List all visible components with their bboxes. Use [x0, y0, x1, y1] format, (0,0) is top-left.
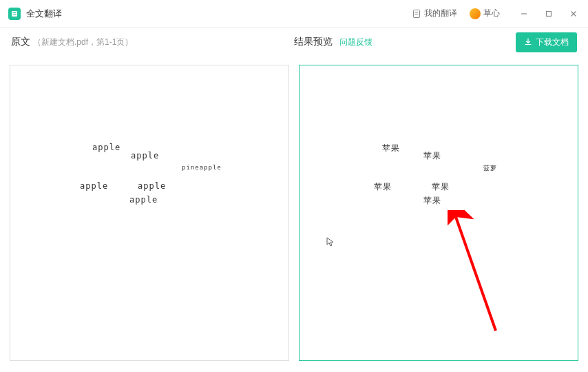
app-title: 全文翻译 — [26, 8, 62, 20]
annotation-arrow-icon — [448, 210, 503, 334]
feedback-link[interactable]: 问题反馈 — [339, 37, 372, 48]
preview-word: 苹果 — [382, 143, 400, 154]
svg-line-10 — [456, 217, 496, 331]
source-word: apple — [92, 143, 120, 152]
preview-word: 菠萝 — [483, 164, 497, 173]
avatar-icon — [470, 8, 481, 19]
source-word: apple — [131, 151, 159, 161]
close-button[interactable] — [567, 8, 580, 20]
source-word: apple — [80, 181, 108, 191]
maximize-button[interactable] — [543, 8, 555, 20]
source-section-title: 原文 — [11, 36, 30, 48]
source-section-subtitle: （新建文档.pdf，第1-1页） — [33, 37, 133, 48]
doc-icon — [412, 9, 421, 19]
preview-word: 苹果 — [423, 150, 441, 162]
my-translations-label: 我的翻译 — [424, 8, 457, 19]
user-block[interactable]: 草心 — [470, 8, 500, 19]
source-word: apple — [129, 195, 158, 205]
source-word: apple — [138, 181, 166, 191]
download-label: 下载文档 — [536, 37, 569, 48]
header-row: 原文 （新建文档.pdf，第1-1页） 结果预览 问题反馈 下载文档 — [0, 28, 588, 56]
svg-rect-7 — [547, 11, 552, 16]
download-button[interactable]: 下载文档 — [516, 32, 577, 52]
preview-word: 苹果 — [432, 181, 450, 193]
username-label: 草心 — [483, 8, 500, 19]
source-panel: apple apple pineapple apple apple apple — [10, 65, 289, 361]
content-area: apple apple pineapple apple apple apple … — [0, 56, 588, 369]
source-word: pineapple — [182, 164, 222, 171]
preview-word: 苹果 — [423, 195, 441, 207]
svg-rect-1 — [13, 12, 17, 13]
download-icon — [524, 38, 532, 46]
svg-rect-0 — [12, 11, 17, 17]
preview-panel: 苹果 苹果 菠萝 苹果 苹果 苹果 — [299, 65, 578, 361]
title-bar: 全文翻译 我的翻译 草心 — [0, 0, 588, 28]
app-logo-icon — [8, 8, 21, 20]
my-translations-link[interactable]: 我的翻译 — [412, 8, 457, 19]
svg-rect-2 — [13, 14, 17, 14]
preview-section-title: 结果预览 — [294, 36, 333, 48]
minimize-button[interactable] — [518, 8, 530, 20]
preview-word: 苹果 — [374, 181, 392, 193]
